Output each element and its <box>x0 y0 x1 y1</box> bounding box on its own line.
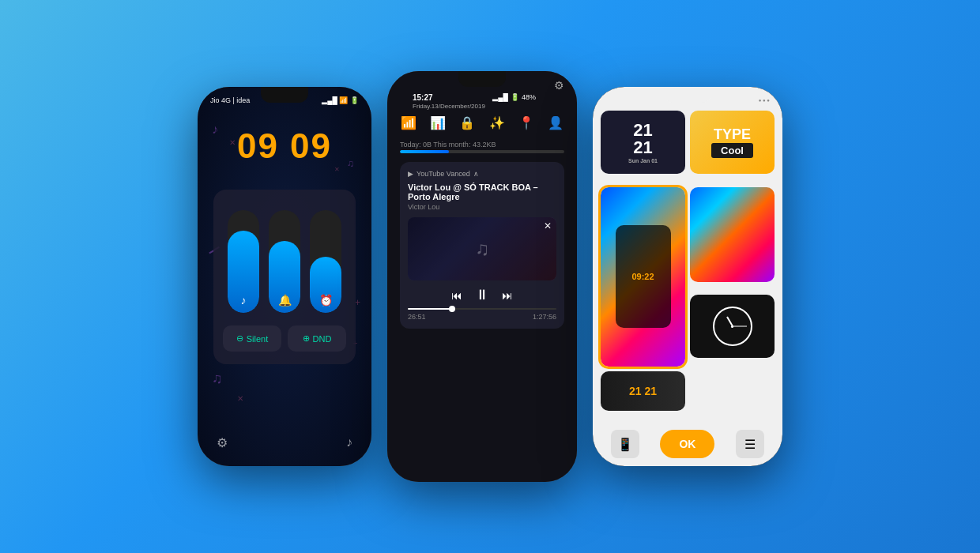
settings-gear-icon[interactable]: ⚙ <box>554 79 564 92</box>
wp-number-sub: Sun Jan 01 <box>628 158 658 164</box>
digital-time-label: 21 21 <box>629 385 657 397</box>
deco-x-1: ✕ <box>229 138 236 147</box>
phone-1-screen: Jio 4G | idea ▂▄█ 📶 🔋 ♪ ✕ ♫ ✕ ♫ ✕ + ━━ +… <box>198 87 371 466</box>
type-label: TYPE <box>714 127 751 141</box>
settings-icon[interactable]: ⚙ <box>217 435 228 450</box>
phone-3: ● ● ● 21 21 Sun Jan 01 TYPE Cool <box>593 87 782 466</box>
dnd-icon: ⊕ <box>303 333 310 344</box>
silent-button[interactable]: ⊖ Silent <box>223 325 281 352</box>
pause-button[interactable]: ⏸ <box>475 287 489 303</box>
deco-line-2: + <box>355 297 360 308</box>
wp-phone-preview: 09:22 <box>601 187 685 367</box>
phone-3-bottom: 📱 OK ☰ <box>601 430 775 458</box>
media-thumbnail: ♫ ✕ <box>408 217 556 280</box>
phone-2-notch <box>458 71 506 87</box>
youtube-icon: ▶ <box>408 170 413 178</box>
deco-x-3: ✕ <box>237 394 243 403</box>
wp-colorful-1[interactable] <box>690 187 775 282</box>
data-toggle-icon[interactable]: 📊 <box>430 115 446 130</box>
volume-panel: ♪ 🔔 ⏰ ⊖ Silent <box>213 190 356 364</box>
deco-x-2: ✕ <box>334 166 340 173</box>
signal-icon: ▂▄█ <box>492 93 508 101</box>
media-controls: ⏮ ⏸ ⏭ <box>408 287 556 303</box>
prev-button[interactable]: ⏮ <box>451 289 462 302</box>
location-toggle-icon[interactable]: 📍 <box>518 115 534 130</box>
phone-3-screen: ● ● ● 21 21 Sun Jan 01 TYPE Cool <box>593 87 782 466</box>
media-title: Victor Lou @ SÓ TRACK BOA – Porto Alegre <box>408 182 556 201</box>
battery-label: 48% <box>522 93 536 101</box>
wifi-icon: 🔋 <box>511 93 519 101</box>
wp-numbered-clock[interactable]: 21 21 Sun Jan 01 <box>601 111 685 174</box>
wp-digital-time[interactable]: 21 21 <box>601 371 685 411</box>
wp-type-style[interactable]: TYPE Cool <box>690 111 775 174</box>
deco-note-3: ♫ <box>212 371 223 387</box>
expand-icon: ∧ <box>473 170 479 178</box>
carrier-label: Jio 4G | idea <box>210 96 250 104</box>
silent-icon: ⊖ <box>236 333 243 344</box>
mode-buttons: ⊖ Silent ⊕ DND <box>223 325 346 352</box>
minute-hand <box>733 326 747 327</box>
wp-large-colorful[interactable]: 09:22 <box>601 187 685 367</box>
wp-number-bottom: 21 <box>633 139 652 156</box>
phone2-time: 15:27 <box>413 93 433 102</box>
media-times: 26:51 1:27:56 <box>408 313 556 321</box>
phones-container: Jio 4G | idea ▂▄█ 📶 🔋 ♪ ✕ ♫ ✕ ♫ ✕ + ━━ +… <box>182 55 798 498</box>
quick-toggles: 📶 📊 🔒 ✨ 📍 👤 <box>400 115 564 130</box>
deco-note-2: ♫ <box>347 158 354 169</box>
cool-label: Cool <box>711 143 753 158</box>
menu-icon: ☰ <box>744 437 756 452</box>
progress-bar <box>400 150 564 153</box>
progress-dot <box>449 306 455 312</box>
preview-icon: 📱 <box>617 437 633 452</box>
wp-analog-clock[interactable] <box>690 295 775 358</box>
music-thumbnail-icon: ♫ <box>475 238 489 260</box>
wp-number-top: 21 <box>633 122 652 139</box>
phone2-date: Friday.13/December/2019 <box>413 103 485 110</box>
vol-slider-2[interactable]: 🔔 <box>269 210 300 313</box>
media-artist: Victor Lou <box>408 203 556 211</box>
total-time: 1:27:56 <box>533 313 556 321</box>
deco-note-1: ♪ <box>212 122 218 137</box>
media-progress-bar[interactable] <box>408 308 556 310</box>
phone-2: ⚙ 15:27 Friday.13/December/2019 ▂▄█ 🔋 48… <box>387 71 577 482</box>
music-bottom-icon[interactable]: ♪ <box>346 435 352 450</box>
phone-1-notch <box>261 87 308 103</box>
ok-button[interactable]: OK <box>660 430 714 458</box>
clock-center <box>731 325 733 328</box>
phone-1-time: 09 09 <box>237 126 332 166</box>
signal-icons: ▂▄█ 📶 🔋 <box>322 96 359 104</box>
dnd-label: DND <box>313 334 332 344</box>
wifi-toggle-icon[interactable]: 📶 <box>401 115 416 130</box>
lock-toggle-icon[interactable]: 🔒 <box>459 115 475 130</box>
media-card: ▶ YouTube Vanced ∧ Victor Lou @ SÓ TRACK… <box>400 162 564 329</box>
silent-label: Silent <box>247 334 269 344</box>
preview-button[interactable]: 📱 <box>611 430 639 458</box>
wallpaper-grid: 21 21 Sun Jan 01 TYPE Cool 09:22 <box>601 111 775 419</box>
media-progress-fill <box>408 308 452 310</box>
data-info: Today: 0B This month: 43.2KB <box>400 141 564 149</box>
menu-button[interactable]: ☰ <box>736 430 764 458</box>
status-dots: ● ● ● <box>759 98 770 103</box>
volume-sliders: ♪ 🔔 ⏰ <box>223 202 346 313</box>
progress-fill <box>400 150 449 153</box>
progress-track <box>400 150 564 153</box>
close-media-icon[interactable]: ✕ <box>544 220 552 231</box>
vol-slider-3[interactable]: ⏰ <box>310 210 341 313</box>
media-header: ▶ YouTube Vanced ∧ <box>408 170 556 178</box>
more-toggle-icon[interactable]: 👤 <box>548 115 564 130</box>
clock-face <box>713 307 752 346</box>
next-button[interactable]: ⏭ <box>502 289 513 302</box>
ok-label: OK <box>679 438 695 450</box>
brightness-toggle-icon[interactable]: ✨ <box>489 115 505 130</box>
phone-1: Jio 4G | idea ▂▄█ 📶 🔋 ♪ ✕ ♫ ✕ ♫ ✕ + ━━ +… <box>198 87 371 466</box>
media-source: YouTube Vanced <box>416 170 470 178</box>
mini-phone: 09:22 <box>616 225 671 328</box>
vol-slider-1[interactable]: ♪ <box>228 210 259 313</box>
signal-icons: ▂▄█ 🔋 48% <box>492 93 536 101</box>
thumbnail-overlay: ♫ <box>408 217 556 280</box>
mini-phone-time: 09:22 <box>631 272 654 281</box>
dnd-button[interactable]: ⊕ DND <box>288 325 346 352</box>
music-icon: ♪ <box>241 294 247 307</box>
phone-1-bottom-icons: ⚙ ♪ <box>198 435 371 450</box>
bell-icon: 🔔 <box>278 294 292 307</box>
